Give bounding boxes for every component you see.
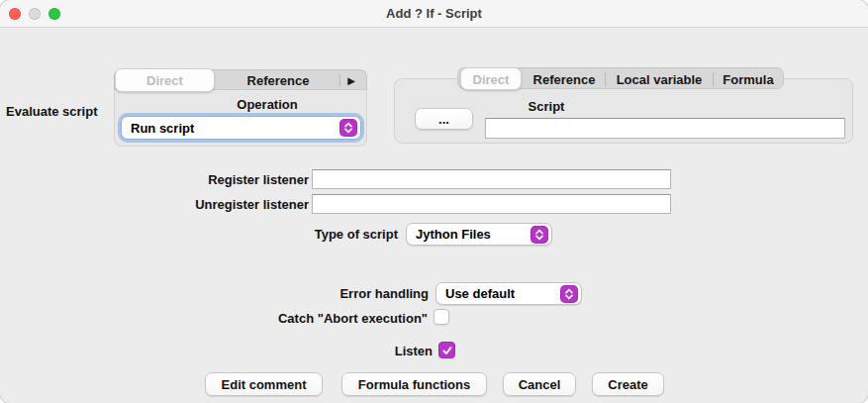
window-title: Add ? If - Script: [0, 0, 868, 28]
evaluate-script-label: Evaluate script: [6, 104, 111, 120]
formula-functions-button[interactable]: Formula functions: [341, 372, 487, 396]
stepper-arrows-icon: [530, 226, 548, 244]
tab-overflow-arrow-icon[interactable]: ▶: [341, 70, 361, 91]
tab-local-variable-script[interactable]: Local variable: [606, 72, 713, 87]
stepper-arrows-icon: [560, 285, 578, 303]
script-label: Script: [511, 99, 582, 115]
create-button[interactable]: Create: [592, 372, 664, 396]
error-handling-value: Use default: [445, 286, 515, 301]
titlebar: Add ? If - Script: [0, 0, 868, 28]
tab-direct-script[interactable]: Direct: [460, 67, 522, 90]
checkmark-icon: [441, 345, 453, 356]
listen-checkbox[interactable]: [438, 342, 455, 358]
operation-label: Operation: [203, 97, 332, 113]
script-tabstrip: Direct Reference Local variable Formula: [457, 67, 784, 89]
tab-reference-script[interactable]: Reference: [524, 72, 605, 87]
cancel-button[interactable]: Cancel: [503, 372, 576, 396]
type-of-script-select[interactable]: Jython Files: [406, 223, 552, 246]
operation-select[interactable]: Run script: [121, 116, 361, 140]
type-of-script-value: Jython Files: [416, 227, 491, 242]
evaluate-tabstrip: Direct Reference ▶: [114, 69, 367, 90]
script-input[interactable]: [485, 118, 845, 139]
register-listener-label: Register listener: [139, 172, 309, 188]
tab-formula-script[interactable]: Formula: [714, 72, 783, 87]
stepper-arrows-icon: [339, 119, 357, 137]
dialog-window: Add ? If - Script Evaluate script Direct…: [0, 0, 868, 403]
browse-button[interactable]: ...: [415, 108, 473, 130]
tab-reference-evaluate[interactable]: Reference: [215, 70, 341, 91]
error-handling-select[interactable]: Use default: [435, 282, 582, 305]
unregister-listener-input[interactable]: [312, 194, 671, 214]
listen-label: Listen: [297, 344, 433, 359]
catch-abort-checkbox[interactable]: [434, 309, 449, 325]
tab-separator: [339, 74, 340, 86]
operation-select-value: Run script: [131, 121, 194, 136]
catch-abort-label: Catch "Abort execution": [247, 311, 428, 327]
unregister-listener-label: Unregister listener: [139, 197, 309, 213]
register-listener-input[interactable]: [312, 169, 671, 189]
tab-direct-evaluate[interactable]: Direct: [115, 68, 215, 92]
error-handling-label: Error handling: [297, 286, 429, 302]
type-of-script-label: Type of script: [277, 227, 398, 243]
edit-comment-button[interactable]: Edit comment: [205, 372, 323, 396]
